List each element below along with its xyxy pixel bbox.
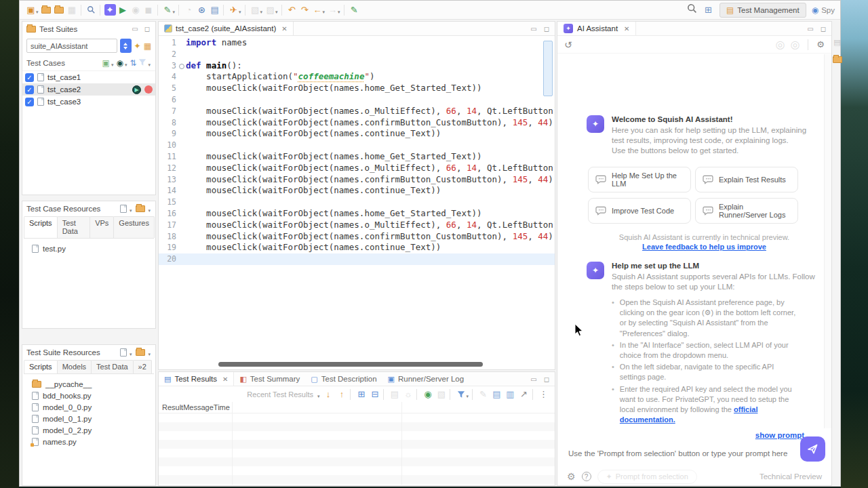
undo-icon[interactable]: ↶ <box>286 4 298 16</box>
edit-pen-icon[interactable]: ✎ <box>162 4 174 16</box>
checkbox-checked-icon[interactable]: ✓ <box>25 73 34 82</box>
sort-icon[interactable]: ⇅ <box>130 59 136 67</box>
filter-icon[interactable] <box>455 388 467 400</box>
file-row[interactable]: model_0_0.py <box>32 401 153 413</box>
tab-test-description[interactable]: ▢Test Description <box>305 372 382 386</box>
help-me-set-up-the-llm-button[interactable]: Help Me Set Up the LLM <box>588 167 691 192</box>
test-case-row[interactable]: ✓tst_case1 <box>22 71 155 83</box>
minimize-icon[interactable]: ▭ <box>529 375 538 383</box>
export-icon[interactable]: ▤ <box>491 388 502 400</box>
view-menu-icon[interactable]: ⋮ <box>538 388 549 400</box>
maximize-icon[interactable]: ◻ <box>542 375 551 383</box>
file-row[interactable]: bdd_hooks.py <box>32 390 153 401</box>
tab-scripts[interactable]: Scripts <box>24 360 58 373</box>
perspective-spy[interactable]: ◉ Spy <box>812 5 835 15</box>
official-documentation-link[interactable]: official documentation. <box>620 405 758 424</box>
record-snippet-icon[interactable]: ▶ <box>117 4 129 16</box>
tab-test-data[interactable]: Test Data <box>91 360 133 373</box>
open-test-suite-icon[interactable] <box>41 4 52 16</box>
results-table-body[interactable] <box>159 413 555 485</box>
test-case-row[interactable]: ✓tst_case2▶ <box>22 83 155 96</box>
checkbox-checked-icon[interactable]: ✓ <box>25 98 34 106</box>
editor-vertical-scrollbar[interactable] <box>543 38 553 343</box>
close-icon[interactable]: ✕ <box>281 25 287 33</box>
open-editor-icon[interactable]: ✎ <box>349 4 360 16</box>
ai-assistant-toolbar-icon[interactable]: ✦ <box>104 4 116 16</box>
file-row[interactable]: model_0_1.py <box>32 413 153 424</box>
recent-test-results-dropdown[interactable]: Recent Test Results <box>247 390 313 399</box>
show-prompt-link[interactable]: show prompt <box>755 431 804 439</box>
new-resource-icon[interactable] <box>120 205 127 213</box>
editor-tab[interactable]: tst_case2 (suite_AIAssistant) ✕ <box>159 22 294 35</box>
search-icon[interactable] <box>687 3 697 16</box>
new-test-case-icon[interactable]: ▣ <box>102 59 110 67</box>
collapse-all-icon[interactable]: ⊟ <box>369 388 380 400</box>
close-icon[interactable]: ✕ <box>222 375 228 383</box>
minimize-icon[interactable]: ▭ <box>130 25 139 33</box>
restore-view-icon[interactable]: ▤ <box>833 38 840 47</box>
suite-settings-wand-icon[interactable]: ✦ <box>134 42 141 50</box>
next-result-icon[interactable]: ↓ <box>322 388 334 400</box>
ai-scrollbar[interactable] <box>824 54 831 428</box>
ai-assistant-tab[interactable]: ✦ AI Assistant ✕ <box>557 22 636 35</box>
open-perspective-icon[interactable]: ⊞ <box>703 4 714 16</box>
explain-test-results-button[interactable]: Explain Test Results <box>695 167 798 192</box>
explain-runner-server-logs-button[interactable]: Explain Runner/Server Logs <box>695 198 798 224</box>
column-header-result[interactable]: Result <box>159 403 183 411</box>
chart-icon[interactable]: ▥ <box>505 388 516 400</box>
suite-selector[interactable]: suite_AIAssistant <box>26 39 117 53</box>
run-test-cases-icon[interactable]: ◉ <box>116 59 123 67</box>
open-resource-folder-icon[interactable] <box>136 205 145 212</box>
new-test-wizard-icon[interactable]: ▣ <box>25 4 37 16</box>
redo-icon[interactable]: ↷ <box>299 4 311 16</box>
column-header-message[interactable]: Message <box>183 403 214 411</box>
suite-config-grid-icon[interactable]: ▦ <box>144 42 151 50</box>
expand-all-icon[interactable]: ⊞ <box>355 388 367 400</box>
maximize-icon[interactable]: ◻ <box>819 25 827 33</box>
import-resource-icon[interactable] <box>54 4 65 16</box>
help-icon[interactable]: ? <box>582 472 591 481</box>
prompt-from-selection-button[interactable]: ✦ Prompt from selection <box>597 470 697 484</box>
improve-test-code-button[interactable]: Improve Test Code <box>588 198 691 224</box>
prompt-input[interactable] <box>557 449 831 458</box>
tab-vps[interactable]: VPs <box>90 216 114 238</box>
file-row[interactable]: model_0_2.py <box>32 424 153 436</box>
web-browser-icon[interactable]: ⊛ <box>196 4 208 16</box>
suite-spinner[interactable] <box>120 39 132 53</box>
close-icon[interactable]: ✕ <box>624 25 629 33</box>
open-suite-resource-folder-icon[interactable] <box>136 349 145 356</box>
checkbox-checked-icon[interactable]: ✓ <box>25 85 34 94</box>
tab-runner-server-log[interactable]: ▣Runner/Server Log <box>382 372 470 386</box>
maximize-icon[interactable]: ◻ <box>542 25 551 33</box>
minimized-folder-icon[interactable] <box>833 56 842 63</box>
editor-horizontal-scrollbar[interactable] <box>199 362 538 367</box>
tab-models[interactable]: Models <box>57 360 92 373</box>
window-layout-icon[interactable]: ▤ <box>209 4 220 16</box>
feedback-link[interactable]: Leave feedback to help us improve <box>587 243 822 251</box>
test-case-row[interactable]: ✓tst_case3 <box>22 96 155 108</box>
minimize-icon[interactable]: ▭ <box>529 25 538 33</box>
file-row[interactable]: test.py <box>32 243 153 254</box>
tab-test-data[interactable]: Test Data <box>57 216 91 238</box>
tab-gestures[interactable]: Gestures <box>113 216 155 238</box>
back-icon[interactable]: ← <box>312 4 323 16</box>
maximize-icon[interactable]: ◻ <box>143 25 151 33</box>
open-external-icon[interactable]: ↗ <box>518 388 530 400</box>
search-objects-icon[interactable] <box>85 4 97 16</box>
history-icon[interactable]: ↺ <box>564 39 572 50</box>
prev-result-icon[interactable]: ↑ <box>336 388 347 400</box>
tab-test-summary[interactable]: ◧Test Summary <box>234 372 305 386</box>
tab-scripts[interactable]: Scripts <box>24 216 58 238</box>
code-area[interactable]: 1import names23def main():4 startApplica… <box>159 36 555 366</box>
send-button[interactable] <box>800 436 825 462</box>
clear-chat-icon[interactable]: ⚙ <box>816 39 825 49</box>
tab--2[interactable]: »2 <box>133 360 152 373</box>
file-row[interactable]: names.py <box>32 436 153 447</box>
column-header-time[interactable]: Time <box>214 403 230 411</box>
minimize-icon[interactable]: ▭ <box>806 25 814 33</box>
launch-aut-icon[interactable]: ✈ <box>228 4 239 16</box>
file-row[interactable]: __pycache__ <box>32 378 153 390</box>
verification-icon[interactable]: ◉ <box>422 388 433 400</box>
new-suite-resource-icon[interactable] <box>120 348 127 357</box>
filter-test-cases-icon[interactable] <box>138 58 146 68</box>
